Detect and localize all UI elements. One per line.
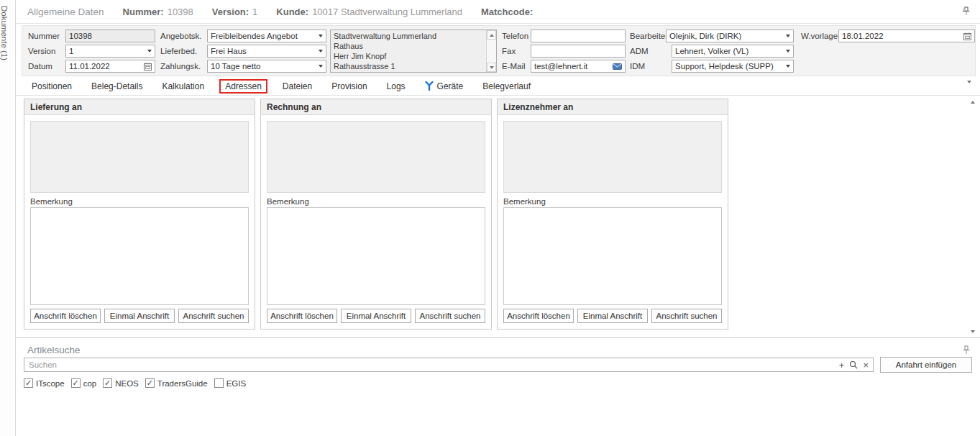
scroll-up-icon[interactable] — [967, 97, 978, 106]
bemerkung-textarea[interactable] — [267, 207, 485, 305]
checkbox-box[interactable] — [214, 378, 224, 388]
bemerkung-textarea[interactable] — [503, 207, 722, 305]
checkbox-box[interactable]: ✓ — [71, 378, 81, 388]
scroll-down-icon[interactable] — [967, 327, 978, 336]
email-input[interactable] — [534, 62, 613, 71]
general-data-header: Allgemeine Daten Nummer: 10398 Version: … — [16, 0, 980, 24]
tab-provision[interactable]: Provision — [327, 79, 371, 94]
tab-belegverlauf[interactable]: Belegverlauf — [478, 79, 535, 94]
checkbox-neos[interactable]: ✓ NEOS — [103, 378, 139, 388]
artikelsuche-title: Artikelsuche — [27, 345, 81, 355]
tab-geraete[interactable]: Geräte — [421, 79, 468, 94]
email-field[interactable] — [531, 60, 626, 73]
version-dropdown[interactable]: 1 — [65, 45, 155, 58]
chevron-down-icon — [319, 65, 323, 68]
tab-adressen[interactable]: Adressen — [219, 79, 267, 94]
dock-strip: Dokumente (1) — [0, 0, 16, 436]
zahlungsk-label: Zahlungsk. — [160, 62, 201, 71]
clear-icon[interactable]: × — [863, 360, 869, 370]
telefon-field[interactable] — [531, 29, 626, 42]
telefon-input[interactable] — [534, 32, 622, 40]
email-label: E-Mail — [502, 62, 526, 71]
address-display — [267, 121, 485, 193]
anschrift-suchen-button[interactable]: Anschrift suchen — [651, 309, 722, 323]
anschrift-loeschen-button[interactable]: Anschrift löschen — [267, 309, 337, 323]
address-panels: Lieferung an Bemerkung Anschrift löschen… — [24, 99, 728, 330]
search-icon[interactable] — [849, 360, 858, 369]
anfahrt-einfuegen-button[interactable]: Anfahrt einfügen — [880, 357, 972, 373]
document-form: Nummer 10398 Version 1 Datum 11.01.2022 … — [22, 25, 976, 76]
source-checkboxes: ✓ ITscope ✓ cop ✓ NEOS ✓ TradersGuide EG… — [24, 378, 246, 388]
wvorlage-label: W.vorlage — [801, 32, 838, 40]
checkbox-box[interactable]: ✓ — [145, 378, 155, 388]
dock-tab-dokumente[interactable]: Dokumente (1) — [0, 0, 12, 60]
calendar-icon[interactable] — [963, 32, 971, 40]
bemerkung-label: Bemerkung — [503, 197, 722, 206]
scroll-up-icon[interactable] — [487, 30, 496, 40]
pin-icon[interactable] — [963, 6, 970, 19]
bemerkung-textarea[interactable] — [30, 207, 249, 305]
article-search-input[interactable] — [29, 360, 839, 369]
scroll-down-icon[interactable] — [487, 63, 496, 72]
panel-title: Lieferung an — [24, 99, 255, 115]
checkbox-itscope[interactable]: ✓ ITscope — [24, 378, 65, 388]
einmal-anschrift-button[interactable]: Einmal Anschrift — [577, 309, 648, 323]
calendar-icon[interactable] — [144, 63, 152, 71]
einmal-anschrift-button[interactable]: Einmal Anschrift — [104, 309, 175, 323]
content-scrollbar[interactable] — [967, 97, 978, 336]
lieferbed-dropdown[interactable]: Frei Haus — [207, 45, 326, 58]
checkbox-egis[interactable]: EGIS — [214, 378, 246, 388]
tab-positionen[interactable]: Positionen — [27, 79, 76, 94]
document-tab-strip: Positionen Beleg-Details Kalkulation Adr… — [16, 77, 980, 96]
idm-dropdown[interactable]: Support, Helpdesk (SUPP) — [672, 60, 794, 73]
wvorlage-field[interactable]: 18.01.2022 — [838, 29, 975, 42]
chevron-down-icon — [786, 65, 790, 68]
address-scrollbar[interactable] — [486, 30, 496, 72]
panel-lizenznehmer-an: Lizenznehmer an Bemerkung Anschrift lösc… — [497, 99, 728, 330]
chevron-down-icon — [319, 50, 323, 53]
add-icon[interactable]: + — [839, 360, 845, 370]
header-matchcode: Matchcode: — [481, 6, 536, 17]
tab-overflow-icon[interactable] — [967, 83, 971, 96]
envelope-icon[interactable] — [613, 63, 622, 70]
tab-dateien[interactable]: Dateien — [278, 79, 316, 94]
tab-kalkulation[interactable]: Kalkulation — [157, 79, 209, 94]
angebotsk-dropdown[interactable]: Freibleibendes Angebot — [207, 29, 326, 42]
chevron-down-icon — [786, 50, 790, 53]
article-search-field[interactable]: + × — [24, 358, 874, 372]
angebotsk-label: Angebotsk. — [160, 32, 202, 40]
anschrift-suchen-button[interactable]: Anschrift suchen — [178, 309, 249, 323]
pin-icon[interactable] — [963, 345, 970, 358]
tab-beleg-details[interactable]: Beleg-Details — [87, 79, 147, 94]
anschrift-loeschen-button[interactable]: Anschrift löschen — [30, 309, 101, 323]
fax-field[interactable] — [531, 45, 626, 58]
adressen-tab-content: Lieferung an Bemerkung Anschrift löschen… — [16, 96, 980, 338]
anschrift-suchen-button[interactable]: Anschrift suchen — [415, 309, 485, 323]
bearbeiter-dropdown[interactable]: Olejnik, Dirk (DIRK) — [666, 29, 794, 42]
einmal-anschrift-button[interactable]: Einmal Anschrift — [341, 309, 411, 323]
app-window: Dokumente (1) Allgemeine Daten Nummer: 1… — [0, 0, 980, 436]
datum-label: Datum — [28, 62, 52, 71]
panel-rechnung-an: Rechnung an Bemerkung Anschrift löschen … — [260, 99, 492, 330]
checkbox-box[interactable]: ✓ — [24, 378, 33, 388]
tab-logs[interactable]: Logs — [383, 79, 410, 94]
chevron-down-icon — [786, 35, 790, 37]
adm-dropdown[interactable]: Lehnert, Volker (VL) — [672, 45, 794, 58]
address-display — [30, 121, 249, 193]
checkbox-box[interactable]: ✓ — [103, 378, 112, 388]
page-title: Allgemeine Daten — [27, 6, 104, 17]
datum-field[interactable]: 11.01.2022 — [65, 60, 155, 73]
header-nummer: Nummer: 10398 — [123, 6, 193, 17]
idm-label: IDM — [630, 62, 645, 71]
telefon-label: Telefon — [502, 32, 528, 40]
bemerkung-label: Bemerkung — [30, 197, 249, 206]
customer-address-text: Stadtverwaltung Lummerland Rathaus Herr … — [331, 30, 486, 72]
checkbox-tradersguide[interactable]: ✓ TradersGuide — [145, 378, 208, 388]
nummer-field[interactable]: 10398 — [65, 29, 155, 42]
fax-input[interactable] — [534, 47, 622, 55]
artikelsuche-panel: Artikelsuche + × Anfahrt einfügen ✓ ITsc… — [16, 338, 980, 436]
zahlungsk-dropdown[interactable]: 10 Tage netto — [207, 60, 326, 73]
checkbox-cop[interactable]: ✓ cop — [71, 378, 97, 388]
header-kunde: Kunde: 10017 Stadtverwaltung Lummerland — [276, 6, 462, 17]
anschrift-loeschen-button[interactable]: Anschrift löschen — [503, 309, 574, 323]
